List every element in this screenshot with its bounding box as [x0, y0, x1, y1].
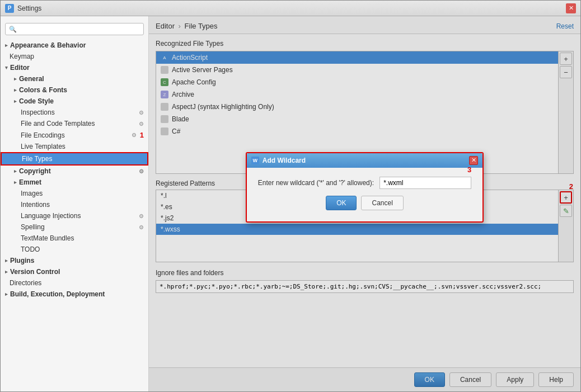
sidebar-item-spelling[interactable]: Spelling ⚙ — [1, 221, 148, 233]
collapse-arrow — [14, 98, 17, 104]
annotation-3: 3 — [467, 166, 471, 174]
sidebar-item-copyright[interactable]: Copyright ⚙ — [1, 166, 148, 177]
sidebar: 🔍 Appearance & Behavior Keymap Editor Ge… — [1, 16, 149, 391]
sidebar-label: Spelling — [21, 223, 45, 231]
close-button[interactable]: ✕ — [566, 3, 576, 13]
search-icon: 🔍 — [9, 26, 17, 33]
sidebar-label: TextMate Bundles — [21, 234, 74, 242]
sidebar-item-images[interactable]: Images — [1, 188, 148, 199]
title-bar: P Settings ✕ — [1, 1, 580, 16]
sidebar-item-build[interactable]: Build, Execution, Deployment — [1, 289, 148, 300]
sidebar-label: Copyright — [19, 167, 51, 175]
modal-overlay: W Add Wildcard ✕ Enter new wildcard ('*'… — [149, 16, 580, 391]
modal-body: Enter new wildcard ('*' and '?' allowed)… — [247, 168, 482, 221]
sidebar-item-inspections[interactable]: Inspections ⚙ — [1, 107, 148, 118]
sidebar-label: Version Control — [10, 268, 60, 276]
sidebar-item-version-control[interactable]: Version Control — [1, 266, 148, 277]
search-input[interactable] — [19, 25, 140, 33]
settings-window: P Settings ✕ 🔍 Appearance & Behavior Key… — [0, 0, 581, 392]
settings-icon: ⚙ — [139, 121, 144, 127]
sidebar-label: Inspections — [21, 108, 55, 116]
sidebar-label: File Types — [22, 155, 52, 163]
modal-input-wrapper: 3 — [379, 177, 471, 189]
sidebar-label: Plugins — [10, 257, 34, 265]
sidebar-item-directories[interactable]: Directories — [1, 277, 148, 289]
collapse-arrow — [5, 258, 8, 263]
sidebar-item-textmate[interactable]: TextMate Bundles — [1, 233, 148, 244]
sidebar-label: Editor — [10, 64, 30, 72]
add-wildcard-dialog: W Add Wildcard ✕ Enter new wildcard ('*'… — [246, 152, 484, 223]
collapse-arrow — [5, 269, 8, 275]
collapse-arrow — [14, 180, 17, 185]
sidebar-item-keymap[interactable]: Keymap — [1, 51, 148, 62]
sidebar-item-language-injections[interactable]: Language Injections ⚙ — [1, 210, 148, 221]
app-icon: P — [5, 4, 14, 13]
settings-icon: ⚙ — [139, 213, 144, 219]
sidebar-item-intentions[interactable]: Intentions — [1, 199, 148, 210]
modal-icon: W — [251, 157, 259, 164]
modal-close-button[interactable]: ✕ — [469, 156, 478, 165]
modal-title-bar: W Add Wildcard ✕ — [247, 153, 482, 168]
collapse-arrow — [14, 87, 17, 93]
sidebar-label: Colors & Fonts — [19, 86, 67, 94]
settings-icon: ⚙ — [139, 224, 144, 230]
wildcard-input[interactable] — [379, 177, 471, 189]
collapse-arrow — [5, 65, 8, 70]
sidebar-item-colors-fonts[interactable]: Colors & Fonts — [1, 84, 148, 96]
sidebar-label: Directories — [10, 279, 41, 287]
sidebar-item-file-templates[interactable]: File and Code Templates ⚙ — [1, 118, 148, 129]
settings-icon: ⚙ — [132, 132, 137, 138]
sidebar-label: File and Code Templates — [21, 120, 95, 127]
sidebar-item-file-types[interactable]: File Types — [1, 152, 148, 166]
modal-buttons: OK Cancel — [258, 196, 471, 212]
sidebar-label: Keymap — [10, 53, 34, 60]
settings-icon: ⚙ — [139, 110, 144, 116]
sidebar-item-plugins[interactable]: Plugins — [1, 255, 148, 266]
sidebar-item-file-encodings[interactable]: File Encodings ⚙ 1 — [1, 129, 148, 141]
sidebar-label: File Encodings — [21, 131, 65, 139]
collapse-arrow — [14, 168, 17, 174]
sidebar-item-live-templates[interactable]: Live Templates — [1, 141, 148, 152]
sidebar-item-code-style[interactable]: Code Style — [1, 96, 148, 107]
sidebar-item-editor[interactable]: Editor — [1, 62, 148, 73]
annotation-1: 1 — [140, 131, 144, 139]
collapse-arrow — [14, 76, 17, 82]
modal-ok-button[interactable]: OK — [326, 196, 357, 210]
sidebar-label: Live Templates — [21, 143, 65, 150]
sidebar-label: Code Style — [19, 97, 54, 105]
modal-input-row: Enter new wildcard ('*' and '?' allowed)… — [258, 177, 471, 189]
sidebar-label: Images — [21, 190, 43, 197]
sidebar-item-emmet[interactable]: Emmet — [1, 177, 148, 188]
search-box[interactable]: 🔍 — [5, 23, 144, 35]
sidebar-label: Emmet — [19, 178, 41, 186]
sidebar-label: Intentions — [21, 201, 50, 209]
window-title: Settings — [17, 4, 41, 12]
main-panel: Editor › File Types Reset Recognized Fil… — [149, 16, 580, 391]
sidebar-item-todo[interactable]: TODO — [1, 244, 148, 255]
modal-prompt: Enter new wildcard ('*' and '?' allowed)… — [258, 179, 374, 187]
sidebar-label: General — [19, 75, 44, 83]
sidebar-label: TODO — [21, 245, 40, 253]
sidebar-item-general[interactable]: General — [1, 73, 148, 84]
sidebar-label: Build, Execution, Deployment — [10, 290, 105, 298]
sidebar-label: Language Injections — [21, 212, 81, 220]
settings-icon: ⚙ — [139, 168, 144, 174]
collapse-arrow — [5, 291, 8, 297]
sidebar-label: Appearance & Behavior — [10, 41, 86, 49]
modal-title: Add Wildcard — [263, 157, 466, 164]
content-area: 🔍 Appearance & Behavior Keymap Editor Ge… — [1, 16, 580, 391]
sidebar-item-appearance[interactable]: Appearance & Behavior — [1, 40, 148, 51]
collapse-arrow — [5, 42, 8, 48]
modal-cancel-button[interactable]: Cancel — [361, 196, 403, 210]
